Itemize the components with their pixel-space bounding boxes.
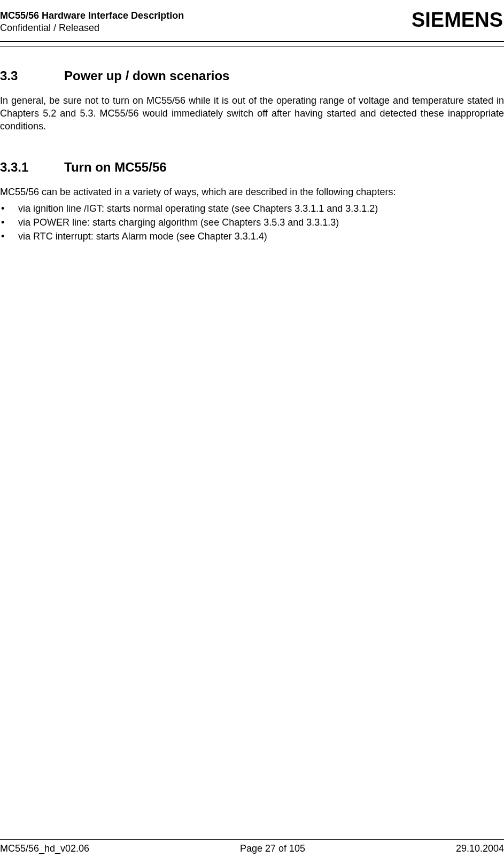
subsection-intro-text: MC55/56 can be activated in a variety of… [0,186,504,198]
page-footer: MC55/56_hd_v02.06 Page 27 of 105 29.10.2… [0,839,504,854]
list-item-text: via ignition line /IGT: starts normal op… [18,202,378,215]
bullet-list: • via ignition line /IGT: starts normal … [0,202,504,243]
section-heading: 3.3 Power up / down scenarios [0,68,504,83]
footer-date: 29.10.2004 [456,843,504,854]
header-left: MC55/56 Hardware Interface Description C… [0,10,184,41]
bullet-icon: • [0,202,18,215]
footer-version: MC55/56_hd_v02.06 [0,843,89,854]
section-title: Power up / down scenarios [64,68,229,83]
list-item: • via ignition line /IGT: starts normal … [0,202,504,215]
subsection-heading: 3.3.1 Turn on MC55/56 [0,160,504,175]
subsection-title: Turn on MC55/56 [64,160,167,175]
section-intro-text: In general, be sure not to turn on MC55/… [0,94,504,133]
document-status: Confidential / Released [0,22,184,34]
bullet-icon: • [0,229,18,243]
footer-page-number: Page 27 of 105 [240,843,305,854]
page-header: MC55/56 Hardware Interface Description C… [0,0,504,42]
list-item-text: via POWER line: starts charging algorith… [18,215,339,229]
section-number: 3.3 [0,68,64,83]
page-content: 3.3 Power up / down scenarios In general… [0,68,504,243]
header-rule [0,47,504,47]
siemens-logo: SIEMENS [412,10,504,30]
list-item-text: via RTC interrupt: starts Alarm mode (se… [18,229,267,243]
bullet-icon: • [0,215,18,229]
list-item: • via POWER line: starts charging algori… [0,215,504,229]
subsection-number: 3.3.1 [0,160,64,175]
list-item: • via RTC interrupt: starts Alarm mode (… [0,229,504,243]
document-title: MC55/56 Hardware Interface Description [0,10,184,22]
